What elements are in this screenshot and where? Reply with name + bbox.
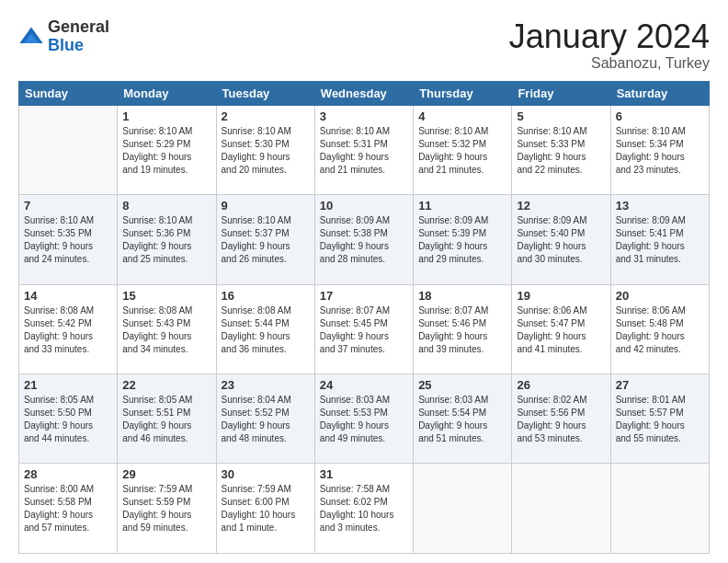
header-cell-wednesday: Wednesday [314,81,413,105]
calendar-cell: 9Sunrise: 8:10 AM Sunset: 5:37 PM Daylig… [216,195,314,284]
header-cell-sunday: Sunday [19,81,118,105]
calendar-cell: 16Sunrise: 8:08 AM Sunset: 5:44 PM Dayli… [216,284,314,373]
day-number: 20 [616,289,704,303]
day-info: Sunrise: 8:06 AM Sunset: 5:48 PM Dayligh… [616,304,704,356]
day-info: Sunrise: 8:06 AM Sunset: 5:47 PM Dayligh… [517,304,605,356]
day-number: 29 [122,467,210,481]
day-info: Sunrise: 8:02 AM Sunset: 5:56 PM Dayligh… [517,394,605,445]
day-number: 7 [24,199,112,213]
day-info: Sunrise: 8:10 AM Sunset: 5:31 PM Dayligh… [320,125,408,177]
day-number: 16 [222,289,310,303]
calendar-cell: 29Sunrise: 7:59 AM Sunset: 5:59 PM Dayli… [118,464,216,554]
header-cell-monday: Monday [118,81,216,105]
day-info: Sunrise: 8:01 AM Sunset: 5:57 PM Dayligh… [616,394,704,445]
logo-blue: Blue [48,37,109,55]
day-info: Sunrise: 8:03 AM Sunset: 5:54 PM Dayligh… [418,394,506,445]
calendar-cell: 11Sunrise: 8:09 AM Sunset: 5:39 PM Dayli… [414,195,512,284]
day-info: Sunrise: 7:58 AM Sunset: 6:02 PM Dayligh… [320,483,408,534]
calendar-week-3: 21Sunrise: 8:05 AM Sunset: 5:50 PM Dayli… [19,374,710,464]
day-info: Sunrise: 8:10 AM Sunset: 5:37 PM Dayligh… [222,214,310,266]
calendar-cell: 12Sunrise: 8:09 AM Sunset: 5:40 PM Dayli… [512,195,610,284]
calendar-cell: 14Sunrise: 8:08 AM Sunset: 5:42 PM Dayli… [19,284,118,373]
calendar-cell: 6Sunrise: 8:10 AM Sunset: 5:34 PM Daylig… [610,105,709,194]
day-info: Sunrise: 8:09 AM Sunset: 5:39 PM Dayligh… [418,214,506,266]
calendar-cell: 26Sunrise: 8:02 AM Sunset: 5:56 PM Dayli… [512,374,610,464]
calendar-cell: 8Sunrise: 8:10 AM Sunset: 5:36 PM Daylig… [118,195,216,284]
day-number: 11 [418,199,506,213]
day-info: Sunrise: 8:04 AM Sunset: 5:52 PM Dayligh… [222,394,310,445]
day-info: Sunrise: 8:10 AM Sunset: 5:35 PM Dayligh… [24,214,112,266]
day-info: Sunrise: 8:05 AM Sunset: 5:50 PM Dayligh… [24,394,112,445]
day-info: Sunrise: 8:08 AM Sunset: 5:44 PM Dayligh… [222,304,310,356]
day-info: Sunrise: 8:07 AM Sunset: 5:46 PM Dayligh… [418,304,506,356]
header-cell-thursday: Thursday [414,81,512,105]
day-number: 8 [122,199,210,213]
day-number: 28 [24,467,112,481]
calendar-week-0: 1Sunrise: 8:10 AM Sunset: 5:29 PM Daylig… [19,105,710,194]
day-number: 27 [616,378,704,392]
calendar-cell: 2Sunrise: 8:10 AM Sunset: 5:30 PM Daylig… [216,105,314,194]
calendar-cell [414,464,512,554]
header-cell-tuesday: Tuesday [216,81,314,105]
day-number: 18 [418,289,506,303]
day-number: 26 [517,378,605,392]
day-number: 9 [222,199,310,213]
calendar-week-2: 14Sunrise: 8:08 AM Sunset: 5:42 PM Dayli… [19,284,710,373]
header: General Blue January 2024 Sabanozu, Turk… [18,18,710,72]
calendar-cell: 28Sunrise: 8:00 AM Sunset: 5:58 PM Dayli… [19,464,118,554]
calendar-cell: 3Sunrise: 8:10 AM Sunset: 5:31 PM Daylig… [314,105,413,194]
calendar-cell: 31Sunrise: 7:58 AM Sunset: 6:02 PM Dayli… [314,464,413,554]
day-number: 5 [517,109,605,123]
day-info: Sunrise: 8:09 AM Sunset: 5:41 PM Dayligh… [616,214,704,266]
day-info: Sunrise: 7:59 AM Sunset: 5:59 PM Dayligh… [122,483,210,534]
logo: General Blue [18,18,109,55]
logo-text: General Blue [48,18,109,55]
day-number: 31 [320,467,408,481]
day-number: 12 [517,199,605,213]
calendar-cell: 19Sunrise: 8:06 AM Sunset: 5:47 PM Dayli… [512,284,610,373]
calendar-cell: 5Sunrise: 8:10 AM Sunset: 5:33 PM Daylig… [512,105,610,194]
day-number: 10 [320,199,408,213]
calendar-cell [19,105,118,194]
day-number: 17 [320,289,408,303]
day-info: Sunrise: 8:09 AM Sunset: 5:40 PM Dayligh… [517,214,605,266]
day-number: 15 [122,289,210,303]
day-number: 2 [222,109,310,123]
day-number: 30 [222,467,310,481]
day-info: Sunrise: 7:59 AM Sunset: 6:00 PM Dayligh… [222,483,310,534]
day-number: 3 [320,109,408,123]
day-info: Sunrise: 8:08 AM Sunset: 5:42 PM Dayligh… [24,304,112,356]
day-number: 19 [517,289,605,303]
calendar-cell: 15Sunrise: 8:08 AM Sunset: 5:43 PM Dayli… [118,284,216,373]
calendar: SundayMondayTuesdayWednesdayThursdayFrid… [18,81,710,554]
calendar-cell: 13Sunrise: 8:09 AM Sunset: 5:41 PM Dayli… [610,195,709,284]
title-section: January 2024 Sabanozu, Turkey [509,18,710,72]
logo-icon [18,24,44,50]
day-number: 25 [418,378,506,392]
calendar-cell: 1Sunrise: 8:10 AM Sunset: 5:29 PM Daylig… [118,105,216,194]
day-info: Sunrise: 8:09 AM Sunset: 5:38 PM Dayligh… [320,214,408,266]
header-cell-friday: Friday [512,81,610,105]
day-info: Sunrise: 8:07 AM Sunset: 5:45 PM Dayligh… [320,304,408,356]
calendar-cell [512,464,610,554]
calendar-cell: 23Sunrise: 8:04 AM Sunset: 5:52 PM Dayli… [216,374,314,464]
day-number: 14 [24,289,112,303]
day-number: 13 [616,199,704,213]
day-info: Sunrise: 8:10 AM Sunset: 5:30 PM Dayligh… [222,125,310,177]
day-info: Sunrise: 8:10 AM Sunset: 5:33 PM Dayligh… [517,125,605,177]
calendar-cell: 21Sunrise: 8:05 AM Sunset: 5:50 PM Dayli… [19,374,118,464]
day-number: 6 [616,109,704,123]
calendar-cell: 25Sunrise: 8:03 AM Sunset: 5:54 PM Dayli… [414,374,512,464]
page: General Blue January 2024 Sabanozu, Turk… [0,0,728,563]
day-info: Sunrise: 8:10 AM Sunset: 5:34 PM Dayligh… [616,125,704,177]
header-cell-saturday: Saturday [610,81,709,105]
calendar-cell: 27Sunrise: 8:01 AM Sunset: 5:57 PM Dayli… [610,374,709,464]
calendar-cell: 22Sunrise: 8:05 AM Sunset: 5:51 PM Dayli… [118,374,216,464]
day-number: 1 [122,109,210,123]
day-number: 22 [122,378,210,392]
calendar-week-1: 7Sunrise: 8:10 AM Sunset: 5:35 PM Daylig… [19,195,710,284]
calendar-cell: 18Sunrise: 8:07 AM Sunset: 5:46 PM Dayli… [414,284,512,373]
calendar-cell: 20Sunrise: 8:06 AM Sunset: 5:48 PM Dayli… [610,284,709,373]
month-title: January 2024 [509,18,710,55]
calendar-cell: 4Sunrise: 8:10 AM Sunset: 5:32 PM Daylig… [414,105,512,194]
